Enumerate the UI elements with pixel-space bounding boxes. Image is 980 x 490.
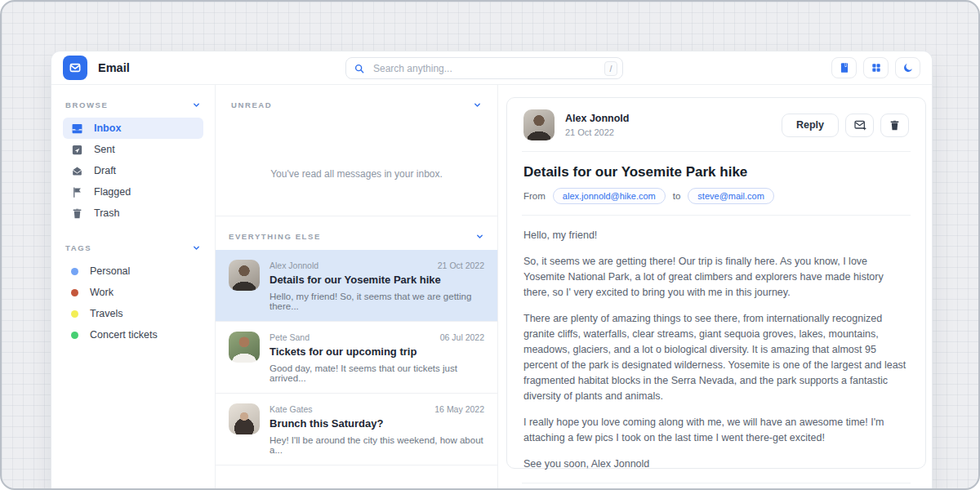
sidebar-item-label: Sent (94, 144, 115, 155)
draft-icon (71, 165, 83, 177)
mail-detail-card: Alex Jonnold 21 Oct 2022 Reply (506, 97, 926, 469)
sent-icon (71, 144, 83, 156)
search-icon (354, 63, 365, 74)
app-header: Email / (51, 51, 932, 85)
everything-else-collapse-button[interactable] (475, 232, 484, 241)
trash-icon (71, 207, 83, 220)
tag-color-dot (71, 332, 78, 339)
browse-label: BROWSE (65, 100, 108, 109)
mail-list-item[interactable]: Pete Sand 06 Jul 2022 Tickets for our up… (216, 322, 497, 394)
mail-item-body: Kate Gates 16 May 2022 Brunch this Satur… (270, 403, 484, 455)
sender-avatar (229, 260, 260, 291)
mail-subject: Details for our Yosemite Park hike (523, 164, 909, 180)
browse-collapse-button[interactable] (192, 100, 201, 109)
mail-item-body: Alex Jonnold 21 Oct 2022 Details for our… (270, 260, 484, 311)
mail-detail-pane: Alex Jonnold 21 Oct 2022 Reply (498, 85, 932, 490)
mail-item-body: Pete Sand 06 Jul 2022 Tickets for our up… (270, 332, 484, 383)
mail-list-column: UNREAD You've read all messages in your … (215, 85, 498, 490)
reply-button[interactable]: Reply (782, 114, 839, 137)
sender-avatar (229, 403, 260, 434)
mail-item-date: 16 May 2022 (434, 404, 484, 414)
search-input[interactable] (372, 62, 604, 75)
tags-collapse-button[interactable] (192, 243, 201, 252)
chevron-down-icon (192, 100, 201, 109)
to-email-chip[interactable]: steve@mail.com (688, 188, 773, 204)
mail-item-sender: Kate Gates (270, 404, 313, 414)
mail-item-date: 21 Oct 2022 (438, 261, 484, 270)
email-app-window: Email / (51, 51, 933, 490)
mail-actions: Reply (782, 114, 909, 137)
chevron-down-icon (473, 100, 482, 109)
desktop-background: Email / (0, 0, 980, 490)
mail-item-sender: Alex Jonnold (270, 261, 318, 270)
tag-color-dot (71, 289, 78, 296)
mail-item-date: 06 Jul 2022 (440, 332, 484, 342)
chevron-down-icon (475, 232, 484, 241)
sender-avatar (229, 332, 260, 363)
from-to-row: From alex.jonnold@hike.com to steve@mail… (523, 188, 909, 204)
mail-item-snippet: Hey! I'll be around the city this weeken… (270, 435, 484, 455)
browse-section-header: BROWSE (63, 100, 203, 109)
mail-paragraph: So, it seems we are getting there! Our t… (523, 254, 909, 301)
delete-button[interactable] (880, 114, 909, 137)
mail-paragraph: See you soon, Alex Jonnold (523, 457, 909, 472)
tag-item-concert-tickets[interactable]: Concert tickets (63, 324, 203, 345)
sidebar: BROWSE Inbox (51, 85, 215, 490)
apps-grid-button[interactable] (863, 57, 889, 78)
divider (522, 151, 911, 152)
unread-section-header: UNREAD (229, 100, 484, 109)
unread-empty-message: You've read all messages in your inbox. (216, 168, 497, 180)
mail-item-subject: Brunch this Saturday? (270, 417, 484, 430)
mail-list-item[interactable]: Kate Gates 16 May 2022 Brunch this Satur… (216, 394, 497, 466)
mail-item-snippet: Hello, my friend! So, it seems that we a… (270, 292, 484, 311)
divider (522, 215, 911, 216)
envelope-icon (69, 61, 82, 74)
tag-label: Travels (90, 308, 123, 319)
tag-color-dot (71, 268, 78, 275)
chevron-down-icon (192, 243, 201, 252)
sidebar-item-label: Draft (94, 165, 116, 176)
sender-avatar (523, 109, 555, 140)
tag-label: Concert tickets (90, 329, 158, 341)
grid-icon (871, 62, 882, 74)
sidebar-item-label: Inbox (94, 122, 121, 134)
mail-paragraph: There are plenty of amazing things to se… (523, 311, 909, 404)
dark-mode-button[interactable] (895, 57, 920, 78)
app-logo (63, 56, 87, 80)
mail-item-subject: Tickets for our upcoming trip (270, 345, 484, 358)
sender-info: Alex Jonnold 21 Oct 2022 (565, 113, 629, 137)
from-email-chip[interactable]: alex.jonnold@hike.com (553, 188, 666, 204)
sender-name: Alex Jonnold (565, 113, 629, 124)
reading-list-button[interactable] (831, 57, 857, 78)
sidebar-item-flagged[interactable]: Flagged (63, 181, 203, 203)
sidebar-item-draft[interactable]: Draft (63, 160, 203, 181)
tag-item-travels[interactable]: Travels (63, 303, 203, 324)
mail-item-sender: Pete Sand (270, 332, 310, 342)
mark-unread-button[interactable] (845, 114, 874, 137)
mail-date: 21 Oct 2022 (565, 127, 629, 137)
app-title: Email (98, 61, 130, 74)
everything-else-label: EVERYTHING ELSE (229, 232, 321, 241)
book-icon (839, 62, 850, 74)
mail-list-item[interactable]: Alex Jonnold 21 Oct 2022 Details for our… (216, 250, 497, 322)
sidebar-item-sent[interactable]: Sent (63, 139, 203, 160)
to-label: to (673, 191, 681, 201)
divider (522, 483, 911, 483)
tag-item-personal[interactable]: Personal (63, 261, 203, 282)
mail-paragraph: I really hope you love coming along with… (523, 415, 909, 446)
app-content: BROWSE Inbox (51, 85, 932, 490)
unread-label: UNREAD (231, 100, 272, 109)
tag-label: Work (90, 287, 114, 298)
sidebar-item-label: Flagged (94, 186, 131, 198)
envelope-plus-icon (853, 118, 866, 131)
sidebar-item-inbox[interactable]: Inbox (63, 118, 203, 139)
unread-collapse-button[interactable] (473, 100, 482, 109)
unread-section: UNREAD You've read all messages in your … (216, 85, 497, 216)
sidebar-item-trash[interactable]: Trash (63, 203, 203, 224)
trash-icon (889, 119, 901, 131)
sidebar-item-label: Trash (94, 207, 120, 219)
mail-paragraph: Hello, my friend! (523, 228, 909, 243)
tags-label: TAGS (65, 243, 91, 252)
tag-item-work[interactable]: Work (63, 282, 203, 303)
mail-item-snippet: Good day, mate! It seems that our ticket… (270, 363, 484, 383)
